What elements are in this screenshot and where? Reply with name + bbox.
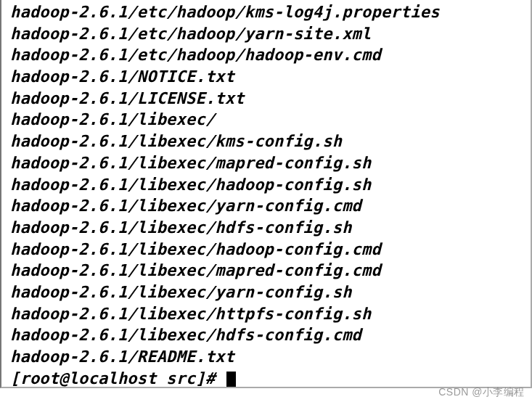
output-line: hadoop-2.6.1/libexec/mapred-config.cmd — [10, 260, 526, 282]
output-line: hadoop-2.6.1/libexec/ — [10, 109, 526, 131]
output-line: hadoop-2.6.1/README.txt — [10, 346, 526, 368]
watermark-text: CSDN @小李编程 — [438, 386, 525, 399]
output-line: hadoop-2.6.1/libexec/hadoop-config.cmd — [10, 239, 526, 261]
output-line: hadoop-2.6.1/etc/hadoop/yarn-site.xml — [10, 23, 526, 45]
output-line: hadoop-2.6.1/libexec/hdfs-config.cmd — [10, 324, 526, 346]
output-line: hadoop-2.6.1/libexec/yarn-config.cmd — [10, 195, 526, 217]
prompt-text: [root@localhost src]# — [10, 369, 225, 387]
output-line: hadoop-2.6.1/libexec/mapred-config.sh — [10, 152, 526, 174]
output-line: hadoop-2.6.1/NOTICE.txt — [10, 66, 526, 88]
output-line: hadoop-2.6.1/etc/hadoop/kms-log4j.proper… — [10, 1, 526, 23]
output-line: hadoop-2.6.1/libexec/hadoop-config.sh — [10, 174, 526, 196]
output-line: hadoop-2.6.1/etc/hadoop/hadoop-env.cmd — [10, 44, 526, 66]
output-line: hadoop-2.6.1/libexec/httpfs-config.sh — [10, 303, 526, 325]
cursor-icon — [226, 372, 236, 387]
output-line: hadoop-2.6.1/libexec/kms-config.sh — [10, 131, 526, 152]
output-line: hadoop-2.6.1/libexec/hdfs-config.sh — [10, 217, 526, 239]
terminal-window[interactable]: hadoop-2.6.1/etc/hadoop/kms-log4j.proper… — [0, 0, 532, 388]
command-prompt[interactable]: [root@localhost src]# — [10, 368, 526, 388]
output-line: hadoop-2.6.1/LICENSE.txt — [10, 88, 526, 110]
output-line: hadoop-2.6.1/libexec/yarn-config.sh — [10, 282, 526, 303]
